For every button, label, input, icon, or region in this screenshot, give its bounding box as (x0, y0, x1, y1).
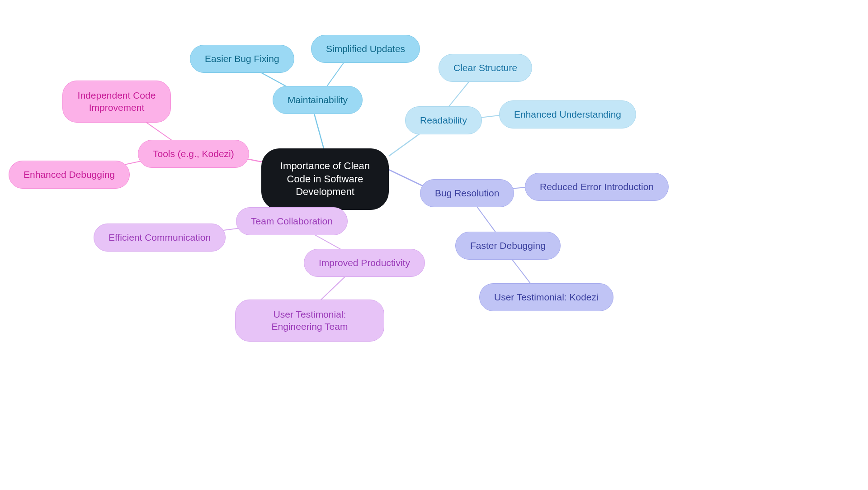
branch-maintainability: Maintainability (273, 86, 363, 114)
enhanced-debugging-label: Enhanced Debugging (24, 169, 115, 180)
enhanced-understanding-label: Enhanced Understanding (514, 109, 621, 120)
leaf-testimonial-kodezi: User Testimonial: Kodezi (479, 283, 613, 311)
clear-structure-label: Clear Structure (453, 62, 517, 73)
efficient-communication-label: Efficient Communication (108, 232, 211, 243)
central-label: Importance of Clean Code in Software Dev… (278, 160, 372, 199)
readability-label: Readability (420, 115, 467, 126)
bug-resolution-label: Bug Resolution (435, 188, 499, 199)
leaf-simplified-updates: Simplified Updates (311, 35, 420, 63)
testimonial-team-label: User Testimonial: Engineering Team (250, 308, 369, 333)
leaf-reduced-error: Reduced Error Introduction (525, 173, 669, 201)
independent-improvement-label: Independent Code Improvement (77, 89, 156, 114)
leaf-enhanced-understanding: Enhanced Understanding (499, 100, 636, 128)
branch-tools: Tools (e.g., Kodezi) (138, 140, 249, 168)
testimonial-kodezi-label: User Testimonial: Kodezi (494, 292, 599, 303)
leaf-independent-improvement: Independent Code Improvement (62, 81, 171, 123)
maintainability-label: Maintainability (288, 95, 348, 105)
tools-label: Tools (e.g., Kodezi) (153, 148, 234, 159)
leaf-testimonial-team: User Testimonial: Engineering Team (235, 300, 384, 342)
svg-line-0 (313, 110, 325, 152)
leaf-enhanced-debugging: Enhanced Debugging (9, 161, 130, 189)
leaf-improved-productivity: Improved Productivity (304, 249, 425, 277)
leaf-faster-debugging: Faster Debugging (455, 232, 561, 260)
faster-debugging-label: Faster Debugging (470, 240, 546, 251)
leaf-efficient-communication: Efficient Communication (94, 224, 226, 252)
simplified-updates-label: Simplified Updates (326, 43, 405, 54)
central-node: Importance of Clean Code in Software Dev… (261, 148, 389, 210)
easier-bug-fixing-label: Easier Bug Fixing (205, 53, 279, 64)
branch-bug-resolution: Bug Resolution (420, 179, 514, 207)
branch-team-collaboration: Team Collaboration (236, 207, 348, 235)
leaf-clear-structure: Clear Structure (439, 54, 532, 82)
team-collaboration-label: Team Collaboration (251, 216, 333, 227)
branch-readability: Readability (405, 106, 482, 134)
leaf-easier-bug-fixing: Easier Bug Fixing (190, 45, 294, 73)
reduced-error-label: Reduced Error Introduction (540, 181, 654, 192)
improved-productivity-label: Improved Productivity (319, 257, 410, 268)
